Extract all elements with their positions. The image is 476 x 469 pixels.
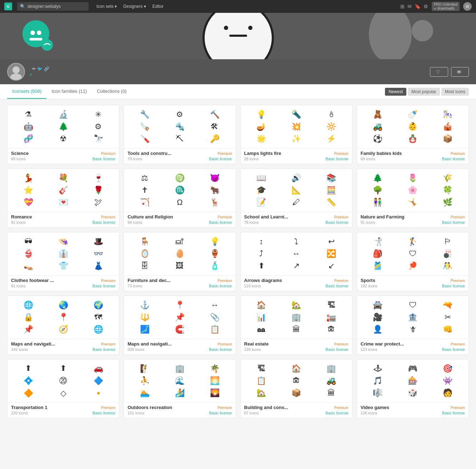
logo[interactable]: G (4, 2, 14, 10)
card-preview: 🕹🎮🎯🎵🎰👾🎼🎲🧑 (357, 359, 469, 402)
card-icons-grid: 🏗🏠🏢📋🏚🚜🏡📦🏛 (244, 363, 349, 399)
card-icon: 🏠 (279, 363, 314, 374)
license-label: Basic license (209, 347, 232, 352)
icon-set-card[interactable]: 💡🔦🕯🪔💥🔆🌟✨⚡ Lamps lights fire Premium 28 i… (240, 105, 352, 164)
mail-icon[interactable]: ✉ (407, 4, 412, 9)
profile-name: ✏ 🐦 🔗 (29, 66, 426, 71)
icon-set-card[interactable]: ↕⤵↩⤴↔🔀⬆↗↙ Arrows diagrams Premium 116 ic… (240, 232, 352, 291)
nav-editor[interactable]: Editor (150, 2, 166, 10)
icon-set-card[interactable]: 🧸🍼🎠🚜👶🎪⚽🪆📦 Family babies kids Premium 69 … (357, 105, 469, 164)
avatar[interactable]: W (463, 2, 472, 11)
card-title-row: Building and cons... Premium (244, 405, 349, 410)
icon-set-card[interactable]: 🏠🏡🏗📊🏢🏣🏘🏛🏚 Real estate Premium 139 icons … (240, 296, 352, 355)
tab-collections[interactable]: Collections (0) (92, 84, 131, 99)
edit-icon[interactable]: ✏ (32, 66, 36, 71)
logo-icon: G (4, 2, 12, 10)
card-icon: 👶 (396, 121, 430, 132)
icon-set-card[interactable]: 🏗🏠🏢📋🏚🚜🏡📦🏛 Building and cons... Premium 8… (240, 359, 352, 418)
card-icon: 🏢 (279, 312, 314, 323)
follow-button[interactable]: ♡ (430, 67, 448, 77)
card-icons-grid: 📖🔊📚🎓📐🧮📝🖊📏 (244, 172, 349, 208)
icon-set-card[interactable]: 🔧⚙🔨🪚🔩🛠🪛⛏🔑 Tools and constru... Premium 7… (124, 105, 236, 164)
card-icon: 🌊 (162, 375, 197, 387)
icon-set-card[interactable]: ⚓📍↔🔱📌📎🗾🧲📋 Maps and navigati... Premium 2… (124, 296, 236, 355)
card-icon: 💡 (197, 236, 232, 247)
settings-icon[interactable]: ⚙ (424, 4, 428, 9)
card-meta-row: 73 icons Basic license (127, 284, 232, 288)
card-title-row: Maps and navigati... Premium (127, 341, 232, 347)
svg-point-2 (37, 31, 41, 35)
twitter-icon[interactable]: 🐦 (37, 66, 42, 71)
card-icon: ⬆ (46, 363, 80, 374)
icon-set-card[interactable]: 💃💐🍷⭐🎸🌹💝💌🕊 Romance Premium 81 icons Basic… (7, 168, 119, 228)
card-icons-grid: 🏠🏡🏗📊🏢🏣🏘🏛🏚 (244, 299, 349, 335)
license-label: Basic license (442, 220, 465, 225)
icon-set-card[interactable]: 🪑🛋💡🪞🥚🏺🗄🖼🧴 Furniture and dec... Premium 7… (124, 232, 236, 291)
icon-set-card[interactable]: 🌐🌏🌍🔒📍🗺📌🧭🌐 Maps and navigati... Premium 1… (7, 296, 119, 355)
icon-count: 139 icons (244, 347, 261, 352)
bookmark-icon[interactable]: 🔖 (415, 4, 421, 9)
tabs-bar: Iconsets (608) Icon families (11) Collec… (0, 84, 476, 99)
sort-newest[interactable]: Newest (385, 88, 406, 96)
card-title-row: Science Premium (11, 151, 115, 156)
premium-badge: Premium (217, 152, 232, 156)
card-info: Tools and constru... Premium 79 icons Ba… (124, 148, 235, 164)
card-title: Tools and constru... (127, 151, 171, 156)
icon-set-card[interactable]: ⚗🔬✳🤖🌲⚙🧬☢🔭 Science Premium 69 icons Basic… (7, 105, 119, 164)
card-preview: 🏠🏡🏗📊🏢🏣🏘🏛🏚 (241, 296, 352, 339)
card-icon: 🎒 (361, 248, 395, 259)
message-button[interactable]: ✉ (451, 67, 469, 77)
tab-families[interactable]: Icon families (11) (46, 84, 92, 99)
svg-point-6 (10, 74, 22, 80)
card-icons-grid: 🤺🏌🏳🎒🛡🎳🎽🏓🤼 (361, 236, 465, 272)
card-icon: 🍼 (396, 109, 430, 120)
card-icon: 🗄 (127, 260, 162, 272)
card-preview: 🪑🛋💡🪞🥚🏺🗄🖼🧴 (124, 232, 235, 275)
grid-icon[interactable]: ⊞ (400, 4, 405, 9)
card-icon: 🗺 (81, 312, 115, 323)
card-icon: 🏗 (314, 299, 349, 311)
nav-icon-sets[interactable]: Icon sets ▾ (94, 2, 120, 10)
card-preview: 🌲🌷🌾🌳🌸🍀👫🤸🌿 (357, 169, 469, 212)
card-icon: 🌏 (46, 299, 80, 311)
card-icon: ☢ (46, 133, 80, 145)
link-icon[interactable]: 🔗 (44, 66, 49, 71)
card-icon: ✝ (127, 185, 162, 196)
profile-info: ✏ 🐦 🔗 ✔ (29, 66, 426, 77)
banner-face (202, 13, 274, 59)
icon-set-card[interactable]: 🧗🏢🌴⛹🌊🌅🏊🏄🌄 Outdoors recreation Premium 10… (124, 359, 236, 418)
icon-set-card[interactable]: ⬆⬆🚗💠⑳🔷🔶◇🔸 Transportation 1 Premium 220 i… (7, 359, 119, 418)
search-bar[interactable]: 🔍 (17, 2, 89, 11)
card-meta-row: 79 icons Basic license (127, 157, 232, 161)
card-icon: 📍 (162, 299, 197, 311)
card-icon: 🏣 (314, 312, 349, 323)
nav-designers[interactable]: Designers ▾ (120, 2, 149, 10)
icon-set-card[interactable]: 🚔🛡🔫🎥🏦✂👤🗡👊 Crime war protect... Premium 1… (357, 296, 469, 355)
card-icon: 🍀 (431, 185, 465, 196)
icon-sets-grid: ⚗🔬✳🤖🌲⚙🧬☢🔭 Science Premium 69 icons Basic… (7, 105, 469, 418)
icon-set-card[interactable]: ⚖♍😈✝♏🐂🏹Ω🦌 Culture and Religion Premium 9… (124, 168, 236, 228)
search-input[interactable] (27, 4, 81, 9)
icon-set-card[interactable]: 🤺🏌🏳🎒🛡🎳🎽🏓🤼 Sports Premium 192 icons Basic… (357, 232, 469, 291)
profile-name-icons: ✏ 🐦 🔗 (32, 66, 49, 71)
teal-logo-icon (21, 19, 54, 51)
icon-set-card[interactable]: 🕶👒🎩👙👔👓👡👕👗 Clothes footwear ... Premium 9… (7, 232, 119, 291)
license-label: Basic license (326, 157, 349, 161)
card-icon: 🌹 (81, 185, 115, 196)
card-icon: ⤵ (279, 236, 314, 247)
card-icon: 🏳 (431, 236, 465, 247)
card-meta-row: 69 icons Basic license (361, 157, 465, 161)
icon-set-card[interactable]: 🕹🎮🎯🎵🎰👾🎼🎲🧑 Video games Premium 126 icons … (357, 359, 469, 418)
card-title-row: School and Learni... Premium (244, 214, 349, 220)
sort-popular[interactable]: Most popular (408, 88, 440, 96)
icon-set-card[interactable]: 🌲🌷🌾🌳🌸🍀👫🤸🌿 Nature and Farming Premium 91 … (357, 168, 469, 228)
icon-set-card[interactable]: 📖🔊📚🎓📐🧮📝🖊📏 School and Learni... Premium 7… (240, 168, 352, 228)
premium-badge: Premium (334, 342, 349, 346)
sort-most-icons[interactable]: Most icons (441, 88, 469, 96)
icon-count: 200 icons (127, 347, 144, 352)
card-icon: 🏢 (314, 363, 349, 374)
license-label: Basic license (92, 220, 115, 225)
card-icon: 🛋 (162, 236, 197, 247)
tab-iconsets[interactable]: Iconsets (608) (7, 84, 46, 99)
card-info: Transportation 1 Premium 220 icons Basic… (7, 402, 119, 418)
